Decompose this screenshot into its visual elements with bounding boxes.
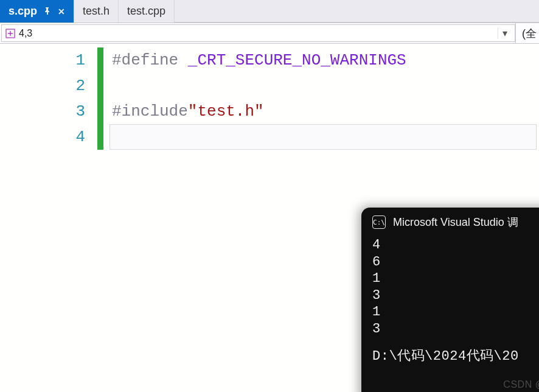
tab-bar: s.cpp ✕ test.h test.cpp (0, 0, 539, 23)
console-titlebar[interactable]: C:\ Microsoft Visual Studio 调 (361, 208, 539, 237)
code-token: _CRT_SECURE_NO_WARNINGS (188, 51, 406, 69)
pin-icon[interactable] (43, 7, 52, 16)
scope-selector[interactable]: 4,3 ▾ (1, 24, 515, 42)
console-line: 6 (372, 254, 539, 271)
tab-label: test.cpp (127, 5, 165, 18)
debug-console-window: C:\ Microsoft Visual Studio 调 461313D:\代… (361, 208, 539, 392)
tab-test-cpp[interactable]: test.cpp (119, 0, 175, 23)
close-icon[interactable]: ✕ (58, 7, 65, 16)
watermark-text: CSDN @4tuyumaoxiao (503, 379, 539, 390)
change-marker (97, 47, 103, 73)
change-marker (97, 99, 103, 124)
tab-label: test.h (83, 5, 110, 18)
console-icon: C:\ (372, 215, 386, 229)
console-output[interactable]: 461313D:\代码\2024代码\20 (361, 237, 539, 373)
console-line: 1 (372, 270, 539, 287)
code-line[interactable]: #define _CRT_SECURE_NO_WARNINGS (112, 47, 539, 73)
code-token: "test.h" (188, 102, 264, 121)
line-number-gutter: 1234 (0, 44, 97, 392)
tab-active[interactable]: s.cpp ✕ (0, 0, 74, 23)
tab-test-h[interactable]: test.h (74, 0, 119, 23)
line-number: 1 (0, 47, 97, 73)
change-indicator-bar (97, 44, 103, 392)
console-line: 4 (372, 237, 539, 254)
scope-text: 4,3 (19, 28, 32, 39)
code-line[interactable] (112, 73, 539, 99)
line-number: 4 (0, 124, 97, 150)
console-line: 1 (372, 304, 539, 321)
code-token: #include (112, 102, 188, 121)
console-line: 3 (372, 287, 539, 304)
code-token: #define (112, 51, 188, 69)
code-line[interactable] (110, 124, 537, 150)
chevron-down-icon: ▾ (502, 27, 507, 39)
scope-icon (5, 29, 15, 38)
tab-label: s.cpp (9, 5, 37, 18)
console-path-line: D:\代码\2024代码\20 (372, 348, 539, 365)
nav-right-hint: (全 (515, 23, 539, 43)
line-number: 3 (0, 99, 97, 124)
console-title-text: Microsoft Visual Studio 调 (393, 215, 518, 229)
line-number: 2 (0, 73, 97, 99)
scope-dropdown-button[interactable]: ▾ (498, 27, 511, 39)
code-line[interactable]: #include"test.h" (112, 99, 539, 124)
nav-right-text: (全 (522, 26, 537, 41)
tab-bar-filler (175, 0, 539, 23)
change-marker (97, 73, 103, 99)
nav-bar: 4,3 ▾ (全 (0, 23, 539, 44)
console-line: 3 (372, 321, 539, 338)
change-marker (97, 124, 103, 150)
